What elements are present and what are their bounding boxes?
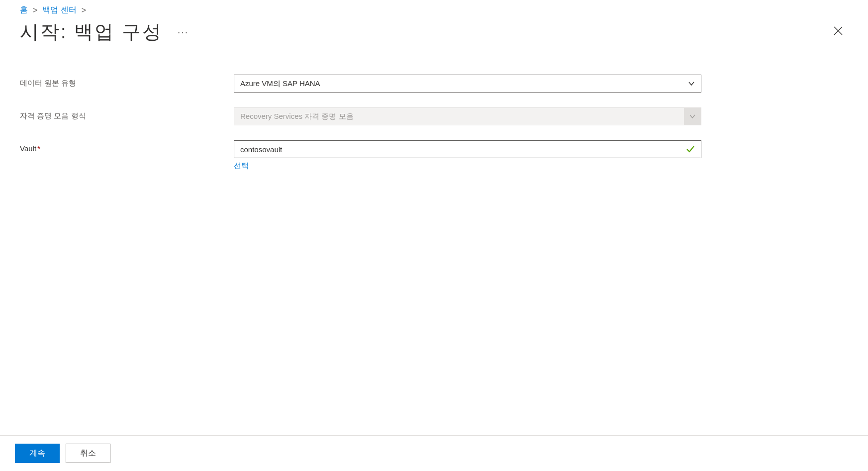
required-indicator: * — [37, 144, 40, 153]
datasource-type-label: 데이터 원본 유형 — [20, 75, 234, 88]
footer: 계속 취소 — [0, 435, 868, 471]
chevron-right-icon: > — [82, 6, 86, 15]
breadcrumb-home-link[interactable]: 홈 — [20, 5, 28, 15]
breadcrumb-backup-center-link[interactable]: 백업 센터 — [42, 5, 76, 15]
chevron-down-icon — [688, 80, 695, 87]
datasource-type-value: Azure VM의 SAP HANA — [240, 79, 320, 89]
datasource-type-select[interactable]: Azure VM의 SAP HANA — [234, 75, 701, 93]
close-icon — [832, 25, 844, 37]
checkmark-icon — [686, 145, 695, 154]
chevron-right-icon: > — [33, 6, 37, 15]
continue-button[interactable]: 계속 — [15, 444, 60, 463]
vault-type-select: Recovery Services 자격 증명 모음 — [234, 107, 701, 125]
vault-type-value: Recovery Services 자격 증명 모음 — [240, 112, 354, 121]
vault-select-link[interactable]: 선택 — [234, 161, 701, 171]
page-title: 시작: 백업 구성 — [20, 19, 163, 45]
cancel-button[interactable]: 취소 — [66, 444, 110, 463]
vault-input[interactable]: contosovault — [234, 140, 701, 158]
breadcrumb: 홈 > 백업 센터 > — [20, 5, 853, 15]
vault-type-label: 자격 증명 모음 형식 — [20, 107, 234, 121]
chevron-down-icon — [689, 113, 696, 120]
close-button[interactable] — [828, 21, 848, 44]
more-options-icon[interactable]: ··· — [178, 26, 189, 38]
vault-value: contosovault — [240, 145, 282, 154]
vault-label: Vault* — [20, 140, 234, 153]
